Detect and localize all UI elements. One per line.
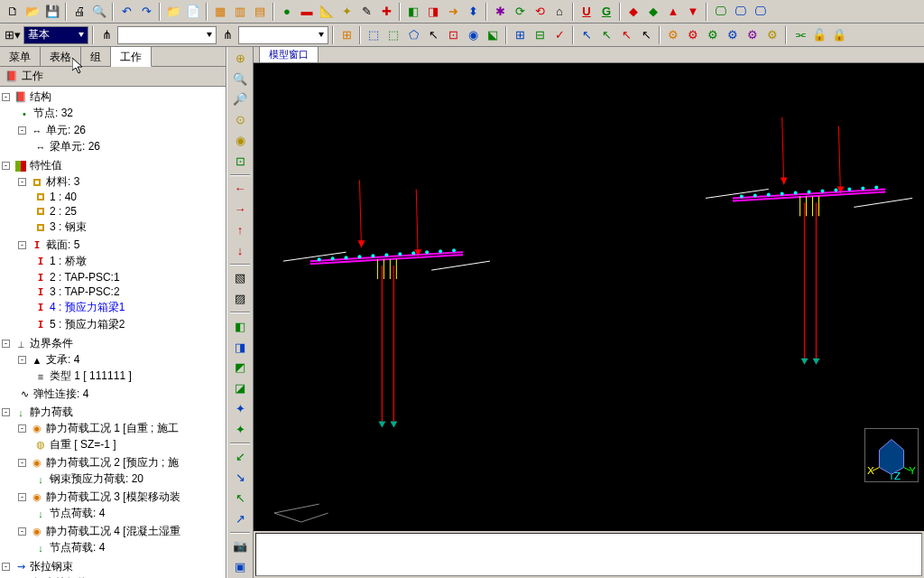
sect-item-selected[interactable]: 4 : 预应力箱梁1: [50, 300, 125, 315]
grp6-btn[interactable]: ⚙: [763, 26, 781, 44]
cube1-btn[interactable]: ◧: [404, 3, 422, 21]
arrow-right-btn[interactable]: →: [229, 200, 251, 219]
new-btn[interactable]: 🗋: [4, 3, 22, 21]
shape4-btn[interactable]: ▼: [684, 3, 702, 21]
expander[interactable]: -: [18, 459, 26, 467]
grp2-btn[interactable]: ⚙: [684, 26, 702, 44]
axis-orientation-widget[interactable]: Z X Y: [864, 428, 919, 482]
save-btn[interactable]: 💾: [43, 3, 61, 21]
iso4-btn[interactable]: ◪: [229, 378, 251, 397]
tab-group[interactable]: 组: [81, 47, 111, 66]
open-project-btn[interactable]: 📁: [164, 3, 182, 21]
record-btn[interactable]: ▣: [229, 557, 251, 576]
op3-btn[interactable]: ✓: [550, 26, 568, 44]
node-tendon[interactable]: 张拉钢束: [30, 559, 73, 574]
lc4[interactable]: 静力荷载工况 4 [混凝土湿重: [46, 524, 180, 539]
zoom-in-btn[interactable]: 🔍: [229, 70, 251, 89]
elem-icon-btn[interactable]: ▬: [298, 3, 316, 21]
view1-btn[interactable]: ↙: [229, 448, 251, 467]
arrow-down-btn[interactable]: ↓: [229, 241, 251, 260]
grid2-btn[interactable]: ▥: [231, 3, 249, 21]
expander[interactable]: -: [18, 178, 26, 186]
grp3-btn[interactable]: ⚙: [704, 26, 722, 44]
measure-btn[interactable]: 📐: [318, 3, 336, 21]
arrow-left-btn[interactable]: ←: [229, 180, 251, 199]
axis1-btn[interactable]: ✦: [229, 399, 251, 418]
zoom-prev-btn[interactable]: ◉: [229, 131, 251, 150]
selcross-btn[interactable]: ⬚: [384, 26, 402, 44]
axis2-btn[interactable]: ✦: [229, 420, 251, 439]
mon3-btn[interactable]: 🖵: [751, 3, 769, 21]
shape1-btn[interactable]: ◆: [624, 3, 642, 21]
filter2-combo[interactable]: [238, 26, 328, 44]
zoom-win-btn[interactable]: ⊙: [229, 110, 251, 129]
selclick-btn[interactable]: ↖: [424, 26, 442, 44]
shape2-btn[interactable]: ◆: [644, 3, 662, 21]
zoom-out-btn[interactable]: 🔎: [229, 90, 251, 109]
selpoly-btn[interactable]: ⬠: [404, 26, 422, 44]
node-section[interactable]: 截面: 5: [46, 238, 79, 253]
cube2-btn[interactable]: ◨: [424, 3, 442, 21]
command-line[interactable]: [255, 533, 922, 576]
expander[interactable]: -: [18, 126, 26, 135]
link-btn[interactable]: ⫘: [790, 26, 808, 44]
preview-btn[interactable]: 🔍: [90, 3, 108, 21]
model-window-tab[interactable]: 模型窗口: [259, 46, 319, 62]
expander[interactable]: -: [18, 527, 26, 536]
node-static[interactable]: 静力荷载: [30, 405, 73, 420]
grid3-btn[interactable]: ▤: [251, 3, 269, 21]
tab-work[interactable]: 工作: [111, 47, 152, 67]
camera-btn[interactable]: 📷: [229, 537, 251, 556]
expander[interactable]: -: [2, 162, 10, 170]
persp-btn[interactable]: ▧: [229, 269, 251, 288]
sect-item[interactable]: 1 : 桥墩: [50, 254, 87, 269]
cur1-btn[interactable]: ↖: [578, 26, 596, 44]
g-btn[interactable]: G: [597, 3, 615, 21]
open-btn[interactable]: 📂: [23, 3, 42, 21]
util1-btn[interactable]: ✱: [491, 3, 509, 21]
reg-btn[interactable]: ⊞: [337, 26, 356, 44]
view4-btn[interactable]: ↗: [229, 509, 251, 528]
grp1-btn[interactable]: ⚙: [664, 26, 682, 44]
grp4-btn[interactable]: ⚙: [724, 26, 742, 44]
undo-btn[interactable]: ↶: [117, 3, 135, 21]
mat-item[interactable]: 1 : 40: [50, 191, 77, 203]
lock2-btn[interactable]: 🔒: [830, 26, 848, 44]
filter1-btn[interactable]: ⋔: [97, 26, 116, 44]
lc1[interactable]: 静力荷载工况 1 [自重 ; 施工: [46, 421, 179, 436]
lc3[interactable]: 静力荷载工况 3 [模架移动装: [46, 489, 180, 505]
expander[interactable]: -: [2, 563, 10, 571]
mat-item[interactable]: 3 : 钢束: [50, 219, 87, 235]
lc2-child[interactable]: 钢束预应力荷载: 20: [50, 471, 143, 487]
mon1-btn[interactable]: 🖵: [711, 3, 729, 21]
op1-btn[interactable]: ⊞: [511, 26, 529, 44]
node-boundary[interactable]: 边界条件: [30, 336, 73, 351]
cur2-btn[interactable]: ↖: [597, 26, 615, 44]
util2-btn[interactable]: ⟳: [511, 3, 529, 21]
selline-btn[interactable]: ⊡: [444, 26, 462, 44]
sel-tool-btn[interactable]: ⊞▾: [4, 26, 22, 44]
lc4-child[interactable]: 节点荷载: 4: [50, 540, 105, 555]
mat-item[interactable]: 2 : 25: [50, 205, 77, 218]
iso3-btn[interactable]: ◩: [229, 359, 251, 378]
filter2-btn[interactable]: ⋔: [218, 26, 236, 44]
support-type[interactable]: 类型 1 [ 111111 ]: [50, 368, 132, 384]
cur3-btn[interactable]: ↖: [617, 26, 635, 44]
node-elements[interactable]: 单元: 26: [46, 123, 86, 138]
node-elastic[interactable]: 弹性连接: 4: [33, 387, 88, 402]
3d-viewport[interactable]: Z X Y: [254, 63, 924, 531]
expander[interactable]: -: [2, 340, 10, 348]
zoom-fit-btn[interactable]: ⊕: [229, 49, 251, 68]
ortho-btn[interactable]: ▨: [229, 289, 251, 308]
u-btn[interactable]: U: [578, 3, 596, 21]
selcirc-btn[interactable]: ◉: [464, 26, 482, 44]
expander[interactable]: -: [18, 241, 26, 249]
shape3-btn[interactable]: ▲: [664, 3, 682, 21]
grp5-btn[interactable]: ⚙: [744, 26, 762, 44]
expander[interactable]: -: [18, 356, 26, 364]
filter1-combo[interactable]: [117, 26, 217, 44]
node-nodes[interactable]: 节点: 32: [33, 106, 73, 121]
expander[interactable]: -: [18, 493, 26, 501]
sect-item[interactable]: 2 : TAP-PSC:1: [50, 271, 120, 284]
col-btn[interactable]: ⬍: [464, 3, 482, 21]
